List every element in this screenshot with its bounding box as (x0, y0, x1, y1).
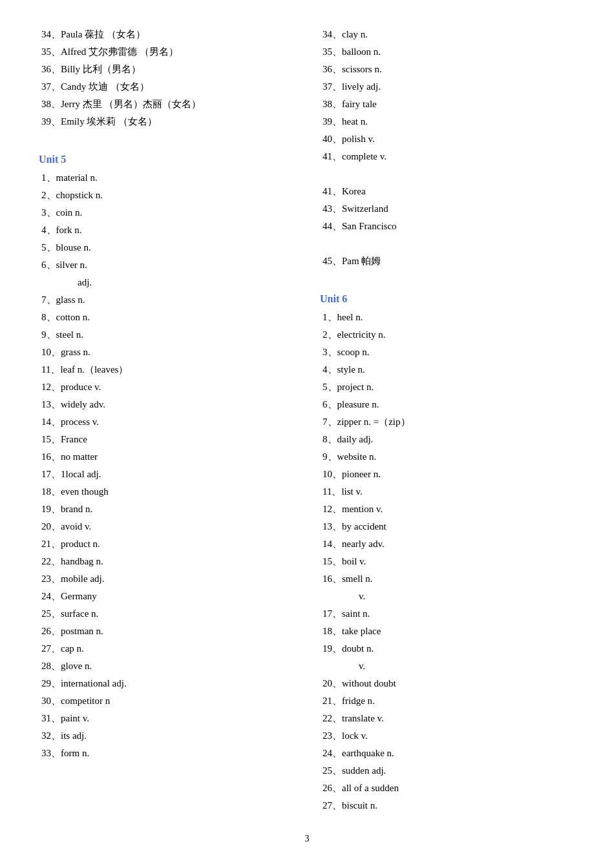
list-item: 41、complete v. (320, 148, 575, 165)
list-item: 26、postman n. (39, 623, 294, 640)
list-item: 2、chopstick n. (39, 187, 294, 204)
list-item: 20、without doubt (320, 675, 575, 692)
list-item: 27、cap n. (39, 640, 294, 657)
list-item: 38、Jerry 杰里 （男名）杰丽（女名） (39, 96, 294, 113)
list-item: 7、glass n. (39, 291, 294, 309)
list-item: 35、Alfred 艾尔弗雷德 （男名） (39, 43, 294, 61)
list-item: 22、translate v. (320, 710, 575, 727)
list-item: 1、heel n. (320, 309, 575, 326)
list-item: 37、Candy 坎迪 （女名） (39, 78, 294, 96)
list-item: 14、nearly adv. (320, 535, 575, 553)
list-item: 19、doubt n. (320, 640, 575, 657)
list-item: 12、mention v. (320, 501, 575, 518)
list-item: 44、San Francisco (320, 218, 575, 235)
list-item: 23、mobile adj. (39, 570, 294, 588)
list-item: 22、handbag n. (39, 553, 294, 570)
list-item: 4、style n. (320, 361, 575, 378)
list-item: 43、Switzerland (320, 200, 575, 218)
list-item: 32、its adj. (39, 727, 294, 745)
list-item: 16、smell n. (320, 570, 575, 588)
list-item: v. (320, 657, 575, 675)
list-item: 38、fairy tale (320, 96, 575, 113)
list-item: 2、electricity n. (320, 326, 575, 344)
right-top-word-list: 34、clay n.35、balloon n.36、scissors n.37、… (320, 26, 575, 270)
list-item: 25、surface n. (39, 605, 294, 623)
list-item: v. (320, 588, 575, 605)
list-item: 24、Germany (39, 588, 294, 605)
list-item: 10、pioneer n. (320, 466, 575, 483)
list-item: 11、leaf n.（leaves） (39, 361, 294, 378)
list-item: 6、silver n. (39, 256, 294, 274)
list-item: 9、steel n. (39, 326, 294, 344)
list-item: 34、Paula 葆拉 （女名） (39, 26, 294, 43)
list-item: 3、scoop n. (320, 344, 575, 361)
list-item: 1、material n. (39, 169, 294, 187)
unit5-word-list: 1、material n.2、chopstick n.3、coin n.4、fo… (39, 169, 294, 762)
list-item: 26、all of a sudden (320, 780, 575, 797)
list-item: 37、lively adj. (320, 78, 575, 96)
list-item: 24、earthquake n. (320, 745, 575, 762)
list-item: 21、product n. (39, 535, 294, 553)
page-number: 3 (39, 834, 575, 844)
list-item: 31、paint v. (39, 710, 294, 727)
list-item: 6、pleasure n. (320, 396, 575, 413)
list-item: 5、blouse n. (39, 239, 294, 256)
list-item: 34、clay n. (320, 26, 575, 43)
list-item: 27、biscuit n. (320, 797, 575, 814)
list-item: 29、international adj. (39, 675, 294, 692)
page-container: 34、Paula 葆拉 （女名）35、Alfred 艾尔弗雷德 （男名）36、B… (39, 26, 575, 814)
list-item: 4、fork n. (39, 222, 294, 239)
list-item: 8、daily adj. (320, 431, 575, 448)
list-item: 45、Pam 帕姆 (320, 253, 575, 270)
list-item: 8、cotton n. (39, 309, 294, 326)
list-item: 14、process v. (39, 413, 294, 431)
list-item: 17、saint n. (320, 605, 575, 623)
left-top-word-list: 34、Paula 葆拉 （女名）35、Alfred 艾尔弗雷德 （男名）36、B… (39, 26, 294, 130)
list-item: 39、Emily 埃米莉 （女名） (39, 113, 294, 130)
list-item: 30、competitor n (39, 692, 294, 710)
unit5-title: Unit 5 (39, 154, 294, 165)
list-item: 19、brand n. (39, 501, 294, 518)
list-item: 12、produce v. (39, 378, 294, 396)
list-item: 25、sudden adj. (320, 762, 575, 780)
list-item: 7、zipper n. =（zip） (320, 413, 575, 431)
list-item: 33、form n. (39, 745, 294, 762)
list-item: 5、project n. (320, 378, 575, 396)
list-item: 9、website n. (320, 448, 575, 466)
list-item: 3、coin n. (39, 204, 294, 222)
list-item: adj. (39, 274, 294, 291)
list-item: 23、lock v. (320, 727, 575, 745)
list-item: 15、boil v. (320, 553, 575, 570)
list-item: 13、widely adv. (39, 396, 294, 413)
list-item: 18、take place (320, 623, 575, 640)
list-item: 36、Billy 比利（男名） (39, 61, 294, 78)
list-item: 35、balloon n. (320, 43, 575, 61)
list-item (320, 235, 575, 253)
list-item (320, 165, 575, 183)
list-item: 13、by accident (320, 518, 575, 535)
list-item: 20、avoid v. (39, 518, 294, 535)
list-item: 41、Korea (320, 183, 575, 200)
list-item: 18、even though (39, 483, 294, 501)
list-item: 17、1local adj. (39, 466, 294, 483)
list-item: 11、list v. (320, 483, 575, 501)
unit6-title: Unit 6 (320, 293, 575, 305)
list-item: 28、glove n. (39, 657, 294, 675)
list-item: 36、scissors n. (320, 61, 575, 78)
list-item: 40、polish v. (320, 130, 575, 148)
right-column: 34、clay n.35、balloon n.36、scissors n.37、… (320, 26, 575, 814)
left-column: 34、Paula 葆拉 （女名）35、Alfred 艾尔弗雷德 （男名）36、B… (39, 26, 294, 814)
list-item: 16、no matter (39, 448, 294, 466)
list-item: 10、grass n. (39, 344, 294, 361)
list-item: 15、France (39, 431, 294, 448)
unit6-word-list: 1、heel n.2、electricity n.3、scoop n.4、sty… (320, 309, 575, 814)
list-item: 21、fridge n. (320, 692, 575, 710)
list-item: 39、heat n. (320, 113, 575, 130)
